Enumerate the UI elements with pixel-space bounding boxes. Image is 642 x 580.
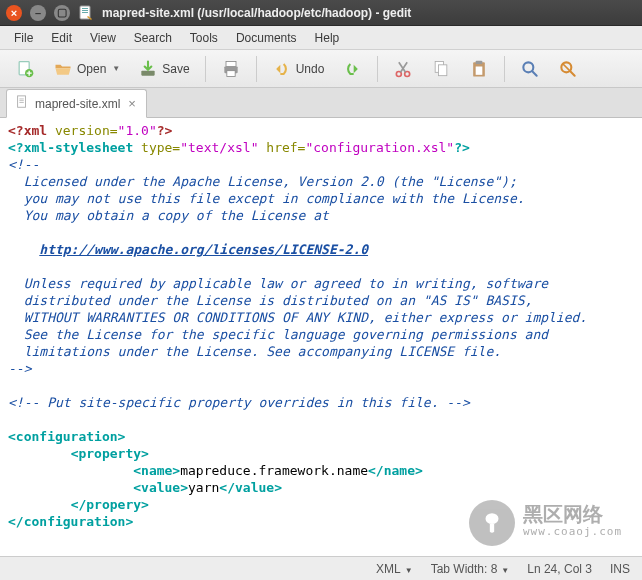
code-tag: </configuration> bbox=[8, 514, 133, 529]
save-button[interactable]: Save bbox=[131, 54, 196, 84]
open-button[interactable]: Open ▼ bbox=[46, 54, 127, 84]
code-comment: Unless required by applicable law or agr… bbox=[8, 276, 548, 291]
code-comment: <!-- Put site-specific property override… bbox=[8, 395, 470, 410]
watermark-url: www.coaoj.com bbox=[523, 523, 622, 540]
code-token: version= bbox=[47, 123, 117, 138]
copy-icon bbox=[431, 59, 451, 79]
code-token: <?xml bbox=[8, 123, 47, 138]
code-tag: <property> bbox=[71, 446, 149, 461]
new-document-icon bbox=[15, 59, 35, 79]
svg-rect-15 bbox=[476, 60, 483, 63]
code-comment: distributed under the License is distrib… bbox=[8, 293, 532, 308]
paste-icon bbox=[469, 59, 489, 79]
status-language[interactable]: XML▼ bbox=[376, 562, 413, 576]
toolbar-separator bbox=[256, 56, 257, 82]
paste-button[interactable] bbox=[462, 54, 496, 84]
svg-rect-22 bbox=[19, 102, 23, 103]
window-close-button[interactable]: × bbox=[6, 5, 22, 21]
code-tag: </name> bbox=[368, 463, 423, 478]
window-minimize-button[interactable]: – bbox=[30, 5, 46, 21]
svg-rect-3 bbox=[82, 12, 88, 13]
open-dropdown-icon: ▼ bbox=[112, 64, 120, 73]
print-icon bbox=[221, 59, 241, 79]
find-button[interactable] bbox=[513, 54, 547, 84]
menu-help[interactable]: Help bbox=[307, 28, 348, 48]
code-indent bbox=[8, 497, 71, 512]
search-icon bbox=[520, 59, 540, 79]
svg-rect-7 bbox=[226, 61, 236, 66]
code-tag: </value> bbox=[219, 480, 282, 495]
code-comment: WITHOUT WARRANTIES OR CONDITIONS OF ANY … bbox=[8, 310, 587, 325]
document-tab-bar: mapred-site.xml × bbox=[0, 88, 642, 118]
file-icon bbox=[15, 95, 29, 112]
copy-button[interactable] bbox=[424, 54, 458, 84]
document-tab[interactable]: mapred-site.xml × bbox=[6, 89, 147, 118]
undo-button[interactable]: Undo bbox=[265, 54, 332, 84]
window-titlebar: × – ▢ mapred-site.xml (/usr/local/hadoop… bbox=[0, 0, 642, 26]
watermark-logo-icon bbox=[469, 500, 515, 546]
code-tag: <name> bbox=[133, 463, 180, 478]
find-replace-icon bbox=[558, 59, 578, 79]
tab-filename: mapred-site.xml bbox=[35, 97, 120, 111]
code-token: "configuration.xsl" bbox=[305, 140, 454, 155]
redo-button[interactable] bbox=[335, 54, 369, 84]
svg-rect-2 bbox=[82, 10, 88, 11]
menu-view[interactable]: View bbox=[82, 28, 124, 48]
code-comment: You may obtain a copy of the License at bbox=[8, 208, 329, 223]
menu-tools[interactable]: Tools bbox=[182, 28, 226, 48]
status-insert-mode: INS bbox=[610, 562, 630, 576]
code-indent bbox=[8, 463, 133, 478]
code-token: "text/xsl" bbox=[180, 140, 258, 155]
menu-edit[interactable]: Edit bbox=[43, 28, 80, 48]
window-maximize-button[interactable]: ▢ bbox=[54, 5, 70, 21]
menu-bar: File Edit View Search Tools Documents He… bbox=[0, 26, 642, 50]
menu-documents[interactable]: Documents bbox=[228, 28, 305, 48]
undo-icon bbox=[272, 59, 292, 79]
svg-rect-1 bbox=[82, 8, 88, 9]
status-bar: XML▼ Tab Width: 8▼ Ln 24, Col 3 INS bbox=[0, 556, 642, 580]
app-icon bbox=[78, 5, 94, 21]
redo-icon bbox=[342, 59, 362, 79]
code-comment: --> bbox=[8, 361, 31, 376]
svg-rect-19 bbox=[18, 96, 26, 107]
svg-rect-9 bbox=[226, 70, 234, 76]
new-document-button[interactable] bbox=[8, 54, 42, 84]
window-title: mapred-site.xml (/usr/local/hadoop/etc/h… bbox=[102, 6, 411, 20]
svg-rect-13 bbox=[439, 64, 447, 75]
status-tab-width[interactable]: Tab Width: 8▼ bbox=[431, 562, 510, 576]
code-token: type= bbox=[133, 140, 180, 155]
toolbar-separator bbox=[377, 56, 378, 82]
code-url: http://www.apache.org/licenses/LICENSE-2… bbox=[39, 242, 368, 257]
print-button[interactable] bbox=[214, 54, 248, 84]
text-editor-area[interactable]: <?xml version="1.0"?> <?xml-stylesheet t… bbox=[0, 118, 642, 556]
watermark-title: 黑区网络 bbox=[523, 506, 622, 523]
open-label: Open bbox=[77, 62, 106, 76]
code-tag: <value> bbox=[133, 480, 188, 495]
toolbar-separator bbox=[205, 56, 206, 82]
code-tag: <configuration> bbox=[8, 429, 125, 444]
open-folder-icon bbox=[53, 59, 73, 79]
watermark: 黑区网络 www.coaoj.com bbox=[469, 500, 622, 546]
undo-label: Undo bbox=[296, 62, 325, 76]
tab-close-button[interactable]: × bbox=[126, 96, 138, 111]
code-comment: See the License for the specific languag… bbox=[8, 327, 548, 342]
menu-file[interactable]: File bbox=[6, 28, 41, 48]
status-cursor-position: Ln 24, Col 3 bbox=[527, 562, 592, 576]
code-text: yarn bbox=[188, 480, 219, 495]
code-comment: you may not use this file except in comp… bbox=[8, 191, 525, 206]
svg-rect-20 bbox=[19, 99, 23, 100]
code-indent bbox=[8, 480, 133, 495]
cut-icon bbox=[393, 59, 413, 79]
toolbar: Open ▼ Save Undo bbox=[0, 50, 642, 88]
code-token: ?> bbox=[454, 140, 470, 155]
code-comment bbox=[8, 242, 39, 257]
save-icon bbox=[138, 59, 158, 79]
cut-button[interactable] bbox=[386, 54, 420, 84]
code-comment: limitations under the License. See accom… bbox=[8, 344, 501, 359]
find-replace-button[interactable] bbox=[551, 54, 585, 84]
code-indent bbox=[8, 446, 71, 461]
menu-search[interactable]: Search bbox=[126, 28, 180, 48]
code-comment: Licensed under the Apache License, Versi… bbox=[8, 174, 517, 189]
svg-rect-21 bbox=[19, 100, 23, 101]
code-comment: <!-- bbox=[8, 157, 39, 172]
